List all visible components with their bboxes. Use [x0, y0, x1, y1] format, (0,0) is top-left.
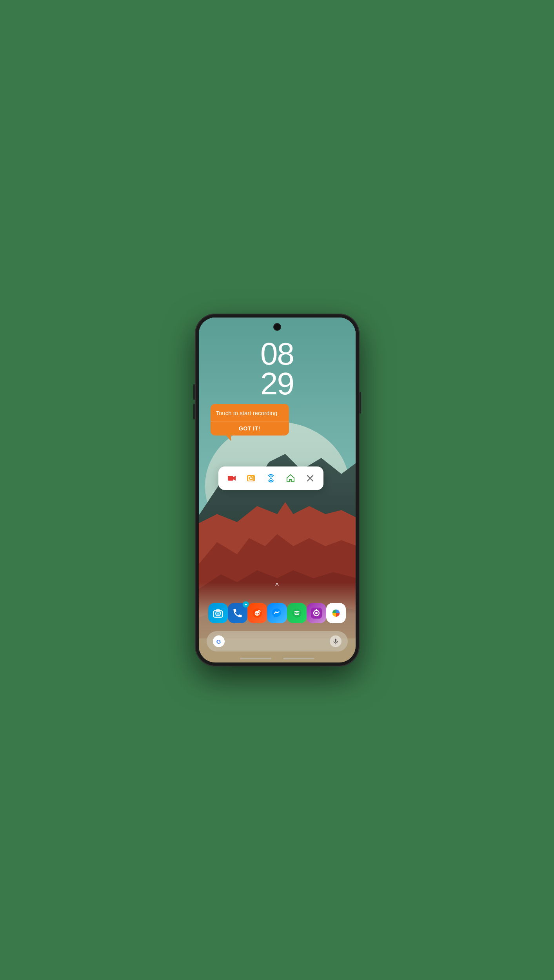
svg-rect-9: [228, 476, 233, 481]
dock-app-row: ✦: [199, 603, 356, 623]
app-icon-google-photos[interactable]: [326, 603, 346, 623]
close-button[interactable]: [302, 470, 319, 487]
phone-screen: 08 29 Touch to start recording GOT IT!: [199, 318, 356, 662]
svg-rect-34: [316, 609, 317, 611]
svg-point-33: [315, 612, 318, 614]
svg-rect-18: [289, 479, 292, 482]
svg-point-16: [253, 476, 254, 477]
app-icon-phone[interactable]: ✦: [228, 603, 247, 623]
tooltip-message: Touch to start recording: [211, 404, 289, 421]
svg-rect-35: [335, 639, 336, 642]
phone-device: 08 29 Touch to start recording GOT IT!: [195, 314, 360, 666]
svg-point-28: [258, 613, 259, 614]
recording-tooltip: Touch to start recording GOT IT!: [211, 404, 289, 436]
nav-pill-left: [240, 658, 271, 659]
navigation-bar: [240, 658, 314, 659]
svg-point-17: [270, 477, 272, 479]
broadcast-button[interactable]: [262, 470, 280, 487]
app-drawer-indicator[interactable]: ^: [275, 582, 278, 590]
home-button[interactable]: [282, 470, 299, 487]
got-it-button[interactable]: GOT IT!: [211, 421, 289, 436]
svg-point-22: [217, 612, 219, 615]
app-icon-messenger[interactable]: [267, 603, 287, 623]
app-icon-spotify[interactable]: [287, 603, 307, 623]
screenshot-button[interactable]: [243, 470, 260, 487]
nav-pill-right: [283, 658, 314, 659]
volume-down-button[interactable]: [193, 404, 195, 419]
volume-up-button[interactable]: [193, 384, 195, 400]
google-search-bar[interactable]: G: [207, 631, 348, 652]
record-video-button[interactable]: [223, 470, 240, 487]
screen-recorder-toolbar: [218, 466, 323, 490]
svg-marker-10: [233, 476, 236, 481]
clock-display: 08 29: [260, 339, 294, 399]
svg-point-27: [256, 613, 257, 614]
clock-time: 08 29: [260, 339, 294, 399]
svg-point-24: [220, 612, 221, 613]
app-icon-camera[interactable]: [208, 603, 228, 623]
search-mic-button[interactable]: [330, 635, 341, 647]
google-g-logo: G: [213, 635, 225, 647]
app-icon-photo-editor[interactable]: [307, 603, 326, 623]
power-button[interactable]: [360, 392, 361, 414]
front-camera: [273, 323, 281, 331]
app-icon-reddit[interactable]: [247, 603, 267, 623]
